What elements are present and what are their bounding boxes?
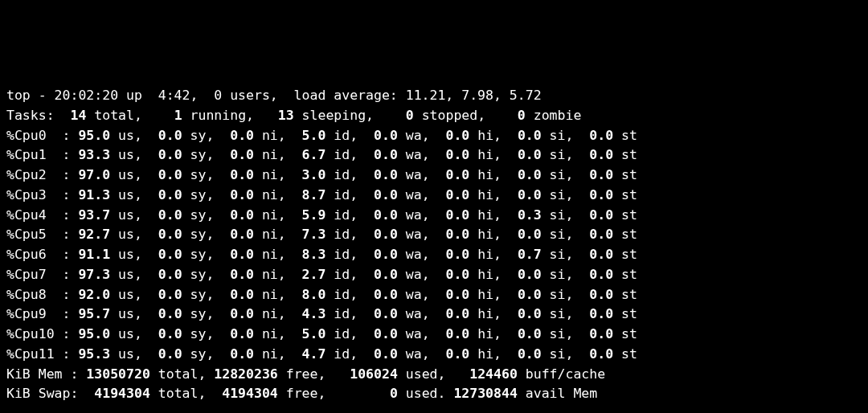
cpu-line-6: %Cpu6 : 91.1 us, 0.0 sy, 0.0 ni, 8.3 id,… [6,247,637,262]
cpu-line-11: %Cpu11 : 95.3 us, 0.0 sy, 0.0 ni, 4.7 id… [6,346,637,362]
cpu-line-5: %Cpu5 : 92.7 us, 0.0 sy, 0.0 ni, 7.3 id,… [6,227,637,242]
cpu-line-0: %Cpu0 : 95.0 us, 0.0 sy, 0.0 ni, 5.0 id,… [6,128,637,143]
cpu-line-9: %Cpu9 : 95.7 us, 0.0 sy, 0.0 ni, 4.3 id,… [6,306,637,321]
cpu-line-8: %Cpu8 : 92.0 us, 0.0 sy, 0.0 ni, 8.0 id,… [6,287,637,302]
mem-line: KiB Mem : 13050720 total, 12820236 free,… [6,366,605,382]
cpu-line-2: %Cpu2 : 97.0 us, 0.0 sy, 0.0 ni, 3.0 id,… [6,167,637,182]
cpu-line-1: %Cpu1 : 93.3 us, 0.0 sy, 0.0 ni, 6.7 id,… [6,147,637,162]
top-summary-line: top - 20:02:20 up 4:42, 0 users, load av… [6,88,542,103]
swap-line: KiB Swap: 4194304 total, 4194304 free, 0… [6,386,605,401]
top-output[interactable]: top - 20:02:20 up 4:42, 0 users, load av… [6,86,862,413]
cpu-line-3: %Cpu3 : 91.3 us, 0.0 sy, 0.0 ni, 8.7 id,… [6,187,637,202]
cpu-line-7: %Cpu7 : 97.3 us, 0.0 sy, 0.0 ni, 2.7 id,… [6,267,637,282]
cpu-line-4: %Cpu4 : 93.7 us, 0.0 sy, 0.0 ni, 5.9 id,… [6,207,637,223]
tasks-line: Tasks: 14 total, 1 running, 13 sleeping,… [6,108,581,123]
cpu-line-10: %Cpu10 : 95.0 us, 0.0 sy, 0.0 ni, 5.0 id… [6,326,637,341]
